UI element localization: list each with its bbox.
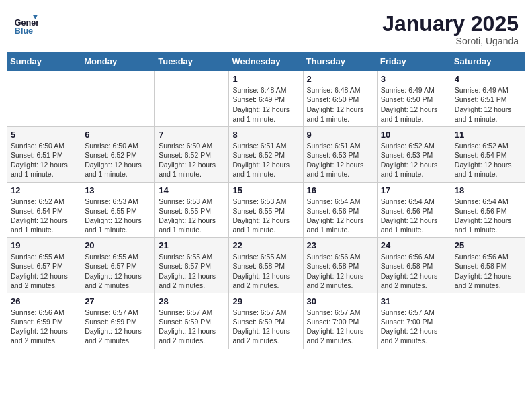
calendar-cell: 12Sunrise: 6:52 AMSunset: 6:54 PMDayligh… [7,182,81,238]
day-info: Sunrise: 6:51 AMSunset: 6:53 PMDaylight:… [307,141,373,179]
location: Soroti, Uganda [382,36,519,46]
day-info: Sunrise: 6:52 AMSunset: 6:53 PMDaylight:… [381,141,447,179]
calendar-header-row: SundayMondayTuesdayWednesdayThursdayFrid… [7,52,525,71]
calendar-cell: 28Sunrise: 6:57 AMSunset: 6:59 PMDayligh… [155,293,229,349]
day-info: Sunrise: 6:52 AMSunset: 6:54 PMDaylight:… [455,141,521,179]
day-number: 13 [85,185,151,195]
day-number: 23 [307,240,373,250]
calendar-cell [7,71,81,127]
day-info: Sunrise: 6:56 AMSunset: 6:58 PMDaylight:… [455,252,521,290]
day-info: Sunrise: 6:53 AMSunset: 6:55 PMDaylight:… [232,197,299,235]
day-number: 21 [159,240,225,250]
calendar-cell [451,293,525,349]
calendar-week-row: 12Sunrise: 6:52 AMSunset: 6:54 PMDayligh… [7,182,525,238]
calendar-cell: 1Sunrise: 6:48 AMSunset: 6:49 PMDaylight… [229,71,303,127]
calendar-cell: 15Sunrise: 6:53 AMSunset: 6:55 PMDayligh… [229,182,303,238]
day-info: Sunrise: 6:57 AMSunset: 7:00 PMDaylight:… [381,308,447,346]
day-number: 31 [381,296,447,306]
day-info: Sunrise: 6:54 AMSunset: 6:56 PMDaylight:… [381,197,447,235]
calendar-cell: 24Sunrise: 6:56 AMSunset: 6:58 PMDayligh… [377,238,451,293]
calendar-table: SundayMondayTuesdayWednesdayThursdayFrid… [7,52,525,349]
calendar-cell: 29Sunrise: 6:57 AMSunset: 6:59 PMDayligh… [229,293,303,349]
day-info: Sunrise: 6:55 AMSunset: 6:57 PMDaylight:… [85,252,151,290]
page-header: General Blue January 2025 Soroti, Uganda [7,7,525,49]
calendar-cell: 14Sunrise: 6:53 AMSunset: 6:55 PMDayligh… [155,182,229,238]
weekday-header-thursday: Thursday [303,52,377,71]
calendar-cell: 6Sunrise: 6:50 AMSunset: 6:52 PMDaylight… [81,126,155,182]
calendar-cell: 19Sunrise: 6:55 AMSunset: 6:57 PMDayligh… [7,238,81,293]
calendar-cell: 26Sunrise: 6:56 AMSunset: 6:59 PMDayligh… [7,293,81,349]
calendar-cell: 20Sunrise: 6:55 AMSunset: 6:57 PMDayligh… [81,238,155,293]
svg-text:Blue: Blue [15,26,33,36]
day-number: 4 [455,74,521,84]
day-info: Sunrise: 6:56 AMSunset: 6:58 PMDaylight:… [381,252,447,290]
calendar-cell: 5Sunrise: 6:50 AMSunset: 6:51 PMDaylight… [7,126,81,182]
day-number: 18 [455,185,521,195]
day-number: 30 [307,296,373,306]
calendar-cell [155,71,229,127]
weekday-header-saturday: Saturday [451,52,525,71]
calendar-cell: 8Sunrise: 6:51 AMSunset: 6:52 PMDaylight… [229,126,303,182]
day-number: 5 [11,130,77,140]
day-info: Sunrise: 6:57 AMSunset: 6:59 PMDaylight:… [232,308,299,346]
day-info: Sunrise: 6:50 AMSunset: 6:51 PMDaylight:… [11,141,77,179]
day-info: Sunrise: 6:57 AMSunset: 7:00 PMDaylight:… [307,308,373,346]
calendar-cell: 3Sunrise: 6:49 AMSunset: 6:50 PMDaylight… [377,71,451,127]
day-number: 26 [11,296,77,306]
calendar-cell: 16Sunrise: 6:54 AMSunset: 6:56 PMDayligh… [303,182,377,238]
day-info: Sunrise: 6:53 AMSunset: 6:55 PMDaylight:… [159,197,225,235]
day-number: 15 [232,185,299,195]
calendar-cell: 30Sunrise: 6:57 AMSunset: 7:00 PMDayligh… [303,293,377,349]
day-number: 11 [455,130,521,140]
day-info: Sunrise: 6:55 AMSunset: 6:57 PMDaylight:… [11,252,77,290]
calendar-cell: 25Sunrise: 6:56 AMSunset: 6:58 PMDayligh… [451,238,525,293]
day-number: 1 [232,74,299,84]
day-info: Sunrise: 6:50 AMSunset: 6:52 PMDaylight:… [159,141,225,179]
day-info: Sunrise: 6:54 AMSunset: 6:56 PMDaylight:… [455,197,521,235]
calendar-cell: 23Sunrise: 6:56 AMSunset: 6:58 PMDayligh… [303,238,377,293]
day-number: 8 [232,130,299,140]
day-number: 29 [232,296,299,306]
day-info: Sunrise: 6:56 AMSunset: 6:58 PMDaylight:… [307,252,373,290]
day-info: Sunrise: 6:55 AMSunset: 6:58 PMDaylight:… [232,252,299,290]
calendar-cell: 10Sunrise: 6:52 AMSunset: 6:53 PMDayligh… [377,126,451,182]
day-info: Sunrise: 6:52 AMSunset: 6:54 PMDaylight:… [11,197,77,235]
calendar-cell [81,71,155,127]
day-info: Sunrise: 6:53 AMSunset: 6:55 PMDaylight:… [85,197,151,235]
weekday-header-tuesday: Tuesday [155,52,229,71]
month-title: January 2025 [382,12,519,36]
day-info: Sunrise: 6:49 AMSunset: 6:50 PMDaylight:… [381,85,447,124]
day-number: 7 [159,130,225,140]
day-number: 10 [381,130,447,140]
day-number: 25 [455,240,521,250]
calendar-cell: 31Sunrise: 6:57 AMSunset: 7:00 PMDayligh… [377,293,451,349]
day-info: Sunrise: 6:50 AMSunset: 6:52 PMDaylight:… [85,141,151,179]
day-info: Sunrise: 6:51 AMSunset: 6:52 PMDaylight:… [232,141,299,179]
calendar-week-row: 1Sunrise: 6:48 AMSunset: 6:49 PMDaylight… [7,71,525,127]
calendar-cell: 4Sunrise: 6:49 AMSunset: 6:51 PMDaylight… [451,71,525,127]
day-info: Sunrise: 6:48 AMSunset: 6:50 PMDaylight:… [307,85,373,124]
day-number: 24 [381,240,447,250]
day-info: Sunrise: 6:56 AMSunset: 6:59 PMDaylight:… [11,308,77,346]
logo: General Blue [13,12,38,36]
calendar-cell: 17Sunrise: 6:54 AMSunset: 6:56 PMDayligh… [377,182,451,238]
calendar-cell: 13Sunrise: 6:53 AMSunset: 6:55 PMDayligh… [81,182,155,238]
day-number: 6 [85,130,151,140]
day-number: 22 [232,240,299,250]
calendar-cell: 7Sunrise: 6:50 AMSunset: 6:52 PMDaylight… [155,126,229,182]
day-number: 14 [159,185,225,195]
weekday-header-wednesday: Wednesday [229,52,303,71]
day-info: Sunrise: 6:57 AMSunset: 6:59 PMDaylight:… [159,308,225,346]
calendar-cell: 22Sunrise: 6:55 AMSunset: 6:58 PMDayligh… [229,238,303,293]
calendar-week-row: 19Sunrise: 6:55 AMSunset: 6:57 PMDayligh… [7,238,525,293]
day-number: 12 [11,185,77,195]
day-number: 20 [85,240,151,250]
calendar-cell: 21Sunrise: 6:55 AMSunset: 6:57 PMDayligh… [155,238,229,293]
calendar-cell: 2Sunrise: 6:48 AMSunset: 6:50 PMDaylight… [303,71,377,127]
day-number: 28 [159,296,225,306]
title-block: January 2025 Soroti, Uganda [382,12,519,46]
calendar-cell: 11Sunrise: 6:52 AMSunset: 6:54 PMDayligh… [451,126,525,182]
day-info: Sunrise: 6:55 AMSunset: 6:57 PMDaylight:… [159,252,225,290]
weekday-header-monday: Monday [81,52,155,71]
day-info: Sunrise: 6:54 AMSunset: 6:56 PMDaylight:… [307,197,373,235]
